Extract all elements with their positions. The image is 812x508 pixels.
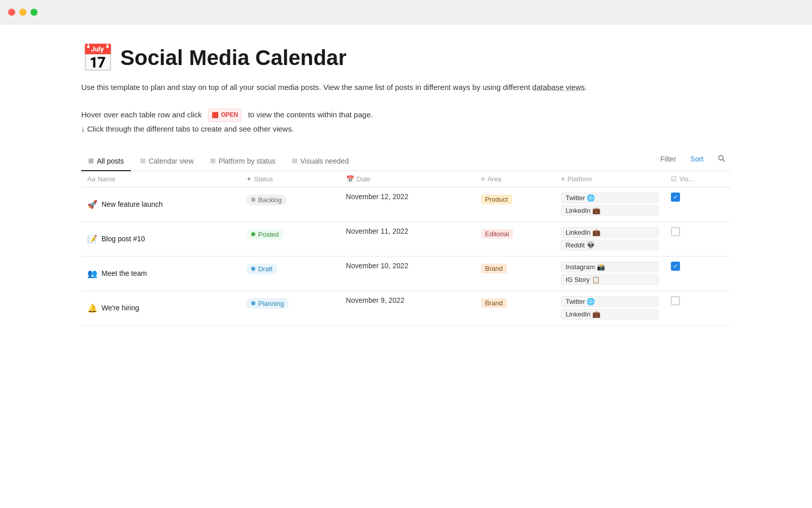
row-name: We're hiring <box>101 304 139 312</box>
cell-area: Product <box>475 187 555 221</box>
platform-item: LinkedIn 💼 <box>561 227 658 238</box>
row-emoji: 👥 <box>87 269 97 278</box>
cell-name: 📝 Blog post #10 <box>81 221 240 256</box>
description: Use this template to plan and stay on to… <box>81 81 731 93</box>
name-cell: 📝 Blog post #10 <box>87 227 234 251</box>
database-views-link[interactable]: database views <box>532 83 585 91</box>
row-emoji: 📝 <box>87 234 97 244</box>
tabs-bar: ⊞ All posts ⊞ Calendar view ⊞ Platform b… <box>81 152 731 171</box>
tab-all-posts-icon: ⊞ <box>88 157 94 165</box>
cell-area: Editorial <box>475 221 555 256</box>
status-badge: Draft <box>246 264 278 274</box>
tabs-right: Filter Sort <box>655 152 731 170</box>
titlebar <box>0 0 812 24</box>
filter-button[interactable]: Filter <box>657 153 679 165</box>
svg-line-1 <box>723 160 725 162</box>
tab-calendar-view[interactable]: ⊞ Calendar view <box>133 152 201 171</box>
tab-platform-label: Platform by status <box>219 157 276 165</box>
search-button[interactable] <box>715 152 729 166</box>
page-title: Social Media Calendar <box>120 46 347 70</box>
sort-button[interactable]: Sort <box>687 153 706 165</box>
status-dot <box>251 301 255 305</box>
area-badge: Product <box>481 195 512 204</box>
table-header-row: Aa Name ✦ Status 📅 Date <box>81 171 731 187</box>
tab-calendar-label: Calendar view <box>149 157 194 165</box>
platform-item: IG Story 📋 <box>561 274 658 285</box>
platform-list: Instagram 📸IG Story 📋 <box>561 262 658 285</box>
tab-all-posts[interactable]: ⊞ All posts <box>81 152 131 171</box>
cell-name: 🚀 New feature launch <box>81 187 240 221</box>
cell-platform: Instagram 📸IG Story 📋 <box>555 256 664 291</box>
cell-visual: ✓ <box>665 256 731 291</box>
cell-date: November 12, 2022 <box>340 187 475 221</box>
status-label: Backlog <box>258 196 282 204</box>
open-badge: 🟥 OPEN <box>208 109 242 122</box>
page-header: 📅 Social Media Calendar <box>81 45 731 71</box>
maximize-button[interactable] <box>30 9 38 16</box>
cell-visual <box>665 291 731 325</box>
platform-item: LinkedIn 💼 <box>561 309 658 320</box>
tab-calendar-icon: ⊞ <box>140 157 146 165</box>
svg-point-0 <box>719 155 723 160</box>
visual-checkbox[interactable]: ✓ <box>671 193 680 202</box>
platform-list: Twitter 🌐LinkedIn 💼 <box>561 193 658 216</box>
platform-item: Instagram 📸 <box>561 262 658 272</box>
tab-all-posts-label: All posts <box>97 157 124 165</box>
row-name: Blog post #10 <box>101 235 145 243</box>
close-button[interactable] <box>8 9 15 16</box>
tabs-left: ⊞ All posts ⊞ Calendar view ⊞ Platform b… <box>81 152 655 171</box>
row-name: New feature launch <box>101 200 163 208</box>
name-cell: 🔔 We're hiring <box>87 296 234 320</box>
status-badge: Backlog <box>246 195 287 205</box>
row-name: Meet the team <box>101 269 147 277</box>
platform-list: Twitter 🌐LinkedIn 💼 <box>561 296 658 320</box>
minimize-button[interactable] <box>19 9 26 16</box>
col-area: ≡ Area <box>475 171 555 187</box>
table-row[interactable]: 🔔 We're hiring Planning November 9, 2022… <box>81 291 731 325</box>
table-row[interactable]: 📝 Blog post #10 Posted November 11, 2022… <box>81 221 731 256</box>
platform-item: Reddit 👽 <box>561 240 658 250</box>
platform-item: Twitter 🌐 <box>561 296 658 307</box>
cell-name: 👥 Meet the team <box>81 256 240 291</box>
page-icon: 📅 <box>81 45 114 71</box>
cell-status: Posted <box>240 221 340 256</box>
tab-visuals-label: Visuals needed <box>300 157 349 165</box>
tab-visuals-needed[interactable]: ⊞ Visuals needed <box>285 152 356 171</box>
col-visual: ☑ Vis… <box>665 171 731 187</box>
area-badge: Brand <box>481 264 507 273</box>
status-label: Draft <box>258 265 273 273</box>
cell-platform: Twitter 🌐LinkedIn 💼 <box>555 291 664 325</box>
col-date: 📅 Date <box>340 171 475 187</box>
tab-platform-by-status[interactable]: ⊞ Platform by status <box>203 152 283 171</box>
area-badge: Editorial <box>481 229 513 239</box>
cell-platform: Twitter 🌐LinkedIn 💼 <box>555 187 664 221</box>
posts-table: Aa Name ✦ Status 📅 Date <box>81 171 731 326</box>
status-badge: Planning <box>246 298 289 309</box>
visual-checkbox[interactable] <box>671 227 680 236</box>
tab-visuals-icon: ⊞ <box>292 157 297 165</box>
cell-status: Backlog <box>240 187 340 221</box>
area-badge: Brand <box>481 298 507 308</box>
status-label: Posted <box>258 231 279 238</box>
cell-area: Brand <box>475 256 555 291</box>
visual-checkbox[interactable]: ✓ <box>671 262 680 271</box>
tab-platform-icon: ⊞ <box>210 157 216 165</box>
cell-platform: LinkedIn 💼Reddit 👽 <box>555 221 664 256</box>
open-badge-icon: 🟥 <box>212 110 219 120</box>
cell-date: November 9, 2022 <box>340 291 475 325</box>
table-row[interactable]: 👥 Meet the team Draft November 10, 2022B… <box>81 256 731 291</box>
status-badge: Posted <box>246 229 284 240</box>
instructions: Hover over each table row and click 🟥 OP… <box>81 108 731 136</box>
cell-name: 🔔 We're hiring <box>81 291 240 325</box>
status-dot <box>251 267 255 271</box>
visual-checkbox[interactable] <box>671 296 680 305</box>
table-row[interactable]: 🚀 New feature launch Backlog November 12… <box>81 187 731 221</box>
col-name: Aa Name <box>81 171 240 187</box>
cell-visual: ✓ <box>665 187 731 221</box>
cell-visual <box>665 221 731 256</box>
platform-item: LinkedIn 💼 <box>561 205 658 216</box>
search-icon <box>718 154 726 163</box>
main-content: 📅 Social Media Calendar Use this templat… <box>51 24 761 346</box>
row-emoji: 🚀 <box>87 200 97 209</box>
platform-list: LinkedIn 💼Reddit 👽 <box>561 227 658 250</box>
